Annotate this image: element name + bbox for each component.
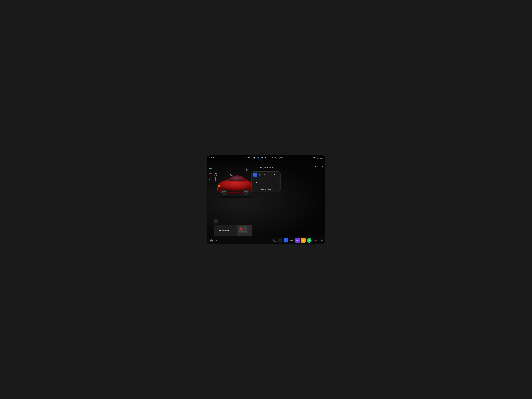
time-display: 5:57 am xyxy=(271,157,276,158)
taskbar: ‹ LO › 📞 👁 ᛒ ••• xyxy=(207,237,325,244)
right-temp-down[interactable]: ‹ xyxy=(314,240,315,241)
open-frunk-text: OpenFrunk xyxy=(214,173,217,176)
weather-item: 🌙 67°F xyxy=(279,157,284,158)
time-item: ⬇ 5:57 am xyxy=(269,157,276,158)
left-temp-up[interactable]: › xyxy=(219,240,219,241)
tesla-screen: PRND 53% 📋 👤 Easy Entry ⬇ 5:57 am 🌙 xyxy=(207,155,325,244)
headlights-icon[interactable] xyxy=(209,167,213,171)
finance-icon: S xyxy=(309,239,310,242)
prnd-display: PRND xyxy=(209,157,217,158)
media-source-title: Choose Media Source xyxy=(259,166,273,168)
bt-tab-search[interactable]: 🔍 xyxy=(258,173,262,177)
seatbelt-text-area: ⚠ Fasten Seatbelt xyxy=(214,229,237,232)
transfer-icon-item: 📋 xyxy=(253,157,255,158)
airbag-line2: 2 AIRBAG OFF xyxy=(316,158,323,159)
seat-diagram: ⚠ xyxy=(237,225,252,236)
bt-devices-label: Devices xyxy=(274,174,279,176)
temperature-display: 67°F xyxy=(281,157,284,158)
car-visual: ⚡ xyxy=(212,169,257,198)
svg-rect-26 xyxy=(218,185,221,186)
easy-entry-item[interactable]: 👤 Easy Entry xyxy=(257,157,267,158)
seatbelt-warning-text: Fasten Seatbelt xyxy=(219,230,230,231)
bt-tab-bluetooth[interactable]: ᛒ xyxy=(253,173,257,177)
app-layers[interactable]: ⊞ xyxy=(301,238,306,243)
media-source-sub: ✱ No device connected xyxy=(259,168,273,170)
app-camera[interactable]: 👁 xyxy=(278,238,283,243)
frunk-connector xyxy=(230,174,233,176)
search-icon: 🔍 xyxy=(259,174,261,176)
hazard-icon[interactable] xyxy=(209,177,213,181)
app-more[interactable]: ••• xyxy=(289,238,294,243)
battery-icon xyxy=(248,157,251,158)
play-pause-button[interactable]: ▶ xyxy=(318,166,319,168)
bt-body: ᛒ + xyxy=(252,178,280,188)
camera-icon: 👁 xyxy=(279,239,281,242)
left-icons xyxy=(209,167,213,181)
beam-icon[interactable] xyxy=(209,172,213,176)
taskbar-apps: 📞 👁 ᛒ ••• ✏ ⊞ xyxy=(272,238,311,243)
svg-rect-31 xyxy=(243,227,247,231)
bt-connect-phone-label[interactable]: Connect Phone xyxy=(252,188,280,192)
easy-entry-label: Easy Entry xyxy=(260,157,267,158)
app-finance[interactable]: S xyxy=(307,238,311,243)
open-trunk-text: OpenTrunk xyxy=(246,169,249,173)
svg-line-1 xyxy=(211,168,212,168)
status-right: ✖✖ PASSENGER 2 AIRBAG OFF xyxy=(312,156,323,159)
car-icon-svg xyxy=(209,239,214,242)
prev-track-button[interactable]: ⏮ xyxy=(314,166,316,168)
person-icon: 👤 xyxy=(257,157,259,158)
airbag-icon: ✖✖ xyxy=(312,157,315,158)
more-icon: ••• xyxy=(290,239,293,241)
seat-layout-svg: ⚠ xyxy=(239,226,251,235)
airbag-line1: PASSENGER xyxy=(316,156,323,158)
svg-rect-30 xyxy=(239,231,243,233)
bt-add-button[interactable]: + xyxy=(275,181,279,185)
list-icon: ≡ xyxy=(264,174,265,176)
seatbelt-warning-icon: ⚠ xyxy=(216,229,218,232)
bluetooth-app-icon: ᛒ xyxy=(285,239,287,241)
next-track-button[interactable]: ⏭ xyxy=(321,166,323,168)
moon-icon: 🌙 xyxy=(279,157,281,158)
app-pen[interactable]: ✏ xyxy=(295,238,300,243)
bluetooth-active-indicator xyxy=(286,243,286,243)
app-bluetooth[interactable]: ᛒ xyxy=(284,238,288,242)
left-temp-down[interactable]: ‹ xyxy=(215,240,215,241)
warning-triangle-icon: ⚠ xyxy=(215,219,217,222)
bluetooth-sub-icon: ✱ xyxy=(260,168,260,170)
download-icon: ⬇ xyxy=(269,157,271,158)
battery-fill xyxy=(248,157,249,158)
layers-icon: ⊞ xyxy=(302,239,304,242)
app-bluetooth-wrapper: ᛒ xyxy=(284,238,288,243)
pen-icon: ✏ xyxy=(297,239,298,242)
media-source-popup: Choose Media Source ✱ No device connecte… xyxy=(258,165,274,171)
volume-control[interactable]: 🔊 xyxy=(321,240,323,241)
svg-point-10 xyxy=(211,179,211,180)
battery-status: 53% xyxy=(245,157,251,158)
right-temp-value: LO xyxy=(316,240,317,241)
left-temp-control: ‹ LO › xyxy=(215,240,219,241)
bt-large-icon: ᛒ xyxy=(253,180,259,186)
passenger-airbag-text: PASSENGER 2 AIRBAG OFF xyxy=(316,156,323,159)
bluetooth-large-symbol: ᛒ xyxy=(255,181,257,185)
bluetooth-panel: ᛒ 🔍 ≡ Devices ᛒ + Connect Phone xyxy=(252,171,280,192)
volume-icon: 🔊 xyxy=(321,240,323,241)
car-svg: ⚡ xyxy=(212,169,257,198)
svg-rect-4 xyxy=(209,173,211,174)
transfer-icon: 📋 xyxy=(253,157,255,158)
svg-rect-32 xyxy=(243,231,247,233)
svg-point-36 xyxy=(210,241,211,241)
bt-tab-list[interactable]: ≡ xyxy=(263,173,267,177)
open-trunk-button[interactable]: OpenTrunk xyxy=(246,169,249,173)
taskbar-car-icon[interactable] xyxy=(209,238,214,243)
svg-point-37 xyxy=(212,241,213,241)
open-frunk-button[interactable]: OpenFrunk xyxy=(214,173,217,181)
app-phone[interactable]: 📞 xyxy=(272,238,277,243)
right-temp-up[interactable]: › xyxy=(318,240,318,241)
main-content: ⚡ OpenFrunk OpenTrunk Choose Media Sourc… xyxy=(207,160,325,244)
warning-badge[interactable]: ⚠ xyxy=(214,219,218,223)
svg-rect-0 xyxy=(209,168,211,169)
svg-line-3 xyxy=(211,169,212,169)
battery-percentage: 53% xyxy=(245,157,247,158)
media-source-subtitle: No device connected xyxy=(261,168,272,170)
bt-add-icon: + xyxy=(276,182,278,185)
